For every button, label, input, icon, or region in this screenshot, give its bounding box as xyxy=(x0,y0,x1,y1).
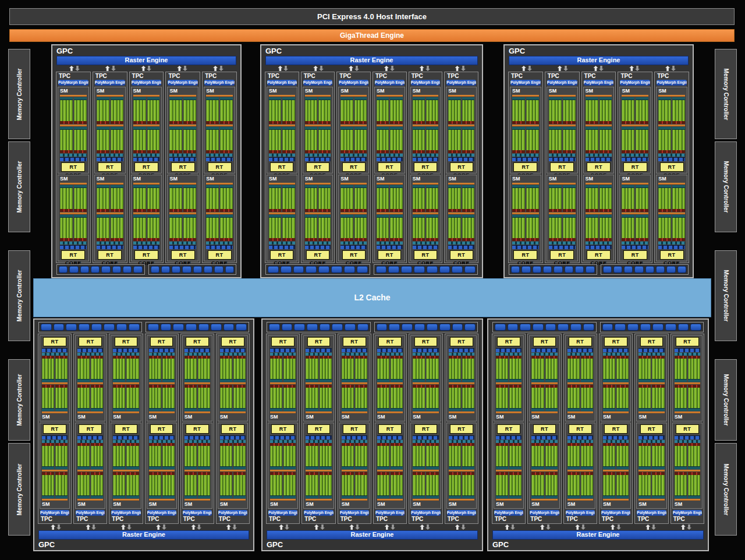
core-column xyxy=(378,446,379,466)
core-column xyxy=(152,359,154,379)
core-column xyxy=(319,100,321,121)
core-column xyxy=(503,446,505,466)
texture-unit-strip xyxy=(206,157,233,161)
core-column xyxy=(455,100,457,121)
rop-segment xyxy=(269,324,280,331)
core-column xyxy=(568,475,570,495)
core-column xyxy=(170,100,172,121)
cuda-core-block xyxy=(55,475,68,495)
core-column xyxy=(459,388,460,408)
core-column xyxy=(140,130,142,151)
scheduler-bar xyxy=(658,95,685,97)
scheduler-bar xyxy=(169,183,196,185)
scheduler-bar xyxy=(270,382,296,384)
polymorph-engine-bar: PolyMorph Engine xyxy=(76,510,105,516)
cuda-core-block xyxy=(77,359,90,379)
core-column xyxy=(187,188,189,209)
tpc-block: TPCPolyMorph EngineSMRT CORESMRT CORE xyxy=(301,334,335,524)
register-file-strip xyxy=(391,495,403,498)
sm-block: SMRT CORE xyxy=(303,87,334,173)
memory-controller-right-1: Memory Controller xyxy=(715,49,737,139)
core-group xyxy=(320,356,332,382)
sfu-strip xyxy=(377,209,389,212)
core-group xyxy=(133,215,146,242)
core-column xyxy=(626,218,627,239)
core-column xyxy=(636,100,638,121)
core-column xyxy=(652,475,654,495)
texture-unit-strip xyxy=(113,435,139,440)
core-column xyxy=(45,446,47,466)
core-column xyxy=(127,388,129,408)
cuda-core-block xyxy=(270,475,282,495)
cuda-core-block xyxy=(672,218,685,239)
core-column xyxy=(622,218,624,239)
core-column xyxy=(449,388,451,408)
arrow-up-icon xyxy=(385,524,389,530)
core-column xyxy=(549,188,551,209)
core-column xyxy=(527,100,528,121)
core-column xyxy=(413,130,415,151)
sm-label: SM xyxy=(602,501,629,508)
cuda-core-block xyxy=(636,188,648,209)
core-array-row xyxy=(42,385,68,411)
core-group xyxy=(658,215,671,242)
core-column xyxy=(217,130,218,151)
core-column xyxy=(386,188,388,209)
rop-segment xyxy=(41,324,52,331)
core-array-row xyxy=(149,385,175,411)
tpc-row: TPCPolyMorph EngineSMRT CORESMRT CORETPC… xyxy=(56,72,237,263)
rop-segment xyxy=(645,266,654,273)
core-group xyxy=(599,127,612,154)
core-column xyxy=(427,130,428,151)
core-group xyxy=(111,215,123,242)
core-column xyxy=(272,188,274,209)
register-file-strip xyxy=(283,408,296,411)
register-file-strip xyxy=(126,495,139,498)
rt-core: RT CORE xyxy=(342,162,366,172)
core-column xyxy=(204,446,206,466)
cuda-core-block xyxy=(675,359,687,379)
tpc-block: TPCPolyMorph EngineSMRT CORESMRT CORE xyxy=(654,72,689,263)
core-column xyxy=(77,130,79,151)
cuda-core-block xyxy=(563,218,576,239)
memory-controller-left-2: Memory Controller xyxy=(8,141,30,232)
core-column xyxy=(227,188,229,209)
core-column xyxy=(201,388,203,408)
core-column xyxy=(62,475,64,495)
sm-label: SM xyxy=(219,414,246,420)
core-group xyxy=(531,385,544,411)
sfu-strip xyxy=(111,238,123,241)
register-file-strip xyxy=(675,379,687,382)
core-column xyxy=(381,388,382,408)
core-column xyxy=(114,218,116,239)
memory-controller-label: Memory Controller xyxy=(16,270,23,322)
tpc-label: TPC xyxy=(410,516,441,523)
texture-unit-strip xyxy=(377,245,403,249)
core-array-row xyxy=(377,385,403,411)
core-column xyxy=(673,100,675,121)
sm-block: SMRT CORE xyxy=(204,175,235,261)
core-column xyxy=(364,188,366,209)
sm-label: SM xyxy=(112,501,139,508)
rop-segment xyxy=(624,266,633,273)
cuda-core-block xyxy=(549,188,562,209)
core-column xyxy=(400,100,402,121)
core-array-row xyxy=(413,385,438,411)
scheduler-bar xyxy=(169,212,196,214)
cuda-core-block xyxy=(509,446,522,466)
core-column xyxy=(552,359,554,379)
sfu-strip xyxy=(220,209,233,212)
core-array-row xyxy=(496,385,522,411)
tpc-block: TPCPolyMorph EngineSMRT CORESMRT CORE xyxy=(56,72,91,263)
tpc-label: TPC xyxy=(167,73,198,80)
core-group xyxy=(147,215,160,242)
gpc-bottom-left: GPCRaster EngineTPCPolyMorph EngineSMRT … xyxy=(33,318,254,551)
register-file-strip xyxy=(162,466,175,469)
core-group xyxy=(220,97,233,124)
cuda-core-block xyxy=(426,475,438,495)
cuda-core-block xyxy=(183,100,196,121)
core-column xyxy=(134,100,136,121)
core-column xyxy=(274,446,275,466)
polymorph-engine-bar: PolyMorph Engine xyxy=(620,80,650,86)
core-column xyxy=(623,475,625,495)
